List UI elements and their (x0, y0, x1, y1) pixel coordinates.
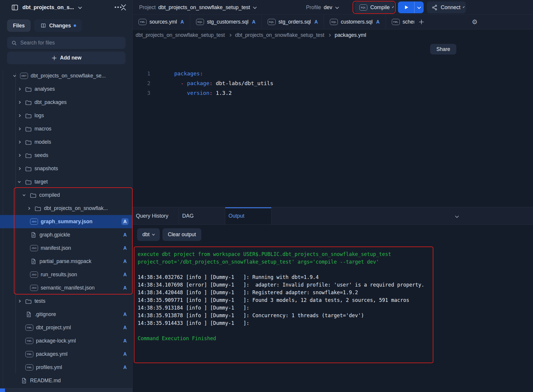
console-output[interactable]: execute dbt project from workspace USER$… (138, 250, 424, 342)
tree-item-package-lock-yml[interactable]: YMLpackage-lock.ymlA (0, 334, 133, 348)
editor-tab-stg-customers-sql[interactable]: SQLstg_customers.sqlA (190, 15, 262, 29)
changes-tab[interactable]: Changes (34, 19, 82, 32)
search-input[interactable] (20, 40, 121, 46)
collapse-sidebar-icon[interactable] (120, 4, 127, 11)
tree-item-dbt-projects-on-snowflak[interactable]: dbt_projects_on_snowflak... (0, 202, 133, 215)
file-icon (21, 377, 27, 384)
git-status-badge: A (180, 19, 184, 25)
tree-item-label: dbt_project.yml (36, 325, 71, 331)
tree-chevron-right-icon[interactable] (18, 101, 25, 103)
editor-tab-customers-sql[interactable]: SQLcustomers.sqlA (324, 15, 386, 29)
settings-gear-icon[interactable]: ⚙ (472, 18, 478, 26)
git-status-badge: A (121, 231, 129, 238)
panel-tab-dag[interactable]: DAG (179, 207, 225, 224)
workspace-chevron-down-icon[interactable] (78, 5, 82, 9)
git-status-badge: A (121, 364, 129, 371)
tree-chevron-right-icon[interactable] (18, 115, 25, 117)
topbar: Project dbt_projects_on_snowflake_setup_… (133, 0, 533, 15)
folder-icon (29, 192, 37, 199)
console-line: 14:38:34.032762 [info ] [Dummy-1 ]: Runn… (138, 273, 424, 281)
editor-tab-sources-yml[interactable]: YMLsources.ymlA (133, 15, 190, 29)
sidebar-scrollbar-thumb[interactable] (0, 388, 5, 392)
tree-item-dbt-projects-on-snowflake-se[interactable]: DBTdbt_projects_on_snowflake_se... (0, 69, 133, 82)
share-button[interactable]: Share (430, 44, 456, 54)
tree-item-analyses[interactable]: analyses (0, 82, 133, 96)
console-line: 14:38:35.913184 [info ] [Dummy-1 ]: (138, 304, 424, 312)
git-status-badge: A (121, 245, 129, 252)
tree-chevron-right-icon[interactable] (18, 154, 25, 156)
tree-item-label: .gitignore (35, 311, 56, 317)
connect-button[interactable]: Connect (427, 1, 466, 13)
more-options-icon[interactable] (115, 6, 116, 8)
tree-chevron-right-icon[interactable] (18, 168, 25, 170)
tree-item-label: compiled (39, 192, 60, 198)
sidebar: dbt_projects_on_s... Files Ch (0, 0, 133, 392)
tree-item-dbt-project-yml[interactable]: YMLdbt_project.ymlA (0, 321, 133, 334)
panel-tab-output[interactable]: Output (225, 207, 272, 224)
panel-collapse-chevron-icon[interactable] (455, 214, 459, 219)
editor-tab-stg-orders-sql[interactable]: SQLstg_orders.sqlA (262, 15, 324, 29)
tree-item-target[interactable]: target (0, 175, 133, 188)
tree-item-semantic-manifest-json[interactable]: JSOsemantic_manifest.jsonA (0, 281, 133, 295)
folder-icon (34, 205, 41, 212)
breadcrumb-item[interactable]: packages.yml (335, 32, 366, 38)
run-button[interactable] (398, 1, 414, 13)
clear-output-button[interactable]: Clear output (162, 228, 201, 241)
add-new-button[interactable]: Add new (7, 52, 126, 64)
console-line (138, 266, 424, 273)
tree-item-gitignore[interactable]: .gitignoreA (0, 308, 133, 321)
project-selector[interactable]: Project dbt_projects_on_snowflake_setup_… (139, 0, 256, 15)
tree-chevron-down-icon[interactable] (18, 181, 25, 183)
tree-item-tests[interactable]: tests (0, 295, 133, 308)
main-area: Project dbt_projects_on_snowflake_setup_… (133, 0, 533, 392)
dbt-command-dropdown[interactable]: dbt (137, 228, 160, 241)
tree-chevron-right-icon[interactable] (18, 300, 25, 302)
tree-item-graph-summary-json[interactable]: JSOgraph_summary.jsonA (0, 215, 133, 228)
tree-item-readme-md[interactable]: README.md (0, 374, 133, 387)
git-status-badge: A (252, 19, 256, 25)
code-editor[interactable]: 1packages:2 - package: dbt-labs/dbt_util… (133, 69, 533, 98)
tree-item-profiles-yml[interactable]: YMLprofiles.ymlA (0, 361, 133, 374)
tree-item-graph-gpickle[interactable]: graph.gpickleA (0, 228, 133, 242)
breadcrumb-item[interactable]: dbt_projects_on_snowflake_setup_test (136, 32, 225, 38)
line-number: 2 (133, 78, 150, 88)
folder-icon (25, 165, 32, 172)
changes-icon (40, 22, 47, 29)
tree-item-snapshots[interactable]: snapshots (0, 162, 133, 175)
tree-chevron-right-icon[interactable] (18, 128, 25, 130)
tree-item-label: manifest.json (41, 245, 71, 251)
new-tab-plus-icon[interactable] (418, 15, 425, 29)
tree-item-label: models (34, 139, 51, 145)
folder-icon (25, 112, 32, 119)
editor-area: dbt_projects_on_snowflake_setup_testdbt_… (133, 29, 533, 207)
tree-item-macros[interactable]: macros (0, 122, 133, 135)
tree-item-label: package-lock.yml (36, 338, 76, 344)
tree-item-compiled[interactable]: compiled (0, 188, 133, 202)
tree-item-seeds[interactable]: seeds (0, 149, 133, 162)
tree-chevron-right-icon[interactable] (18, 141, 25, 143)
tree-chevron-down-icon[interactable] (23, 194, 29, 196)
folder-icon (25, 178, 32, 186)
git-status-badge: A (121, 324, 129, 331)
tree-chevron-right-icon[interactable] (18, 88, 25, 90)
tree-item-manifest-json[interactable]: JSOmanifest.jsonA (0, 242, 133, 255)
dbt-dropdown-label: dbt (142, 231, 149, 238)
compile-button[interactable]: SQL Compile (355, 2, 394, 13)
sql-icon: SQL (268, 19, 276, 25)
tree-item-packages-yml[interactable]: YMLpackages.ymlA (0, 348, 133, 361)
tree-item-partial-parse-msgpack[interactable]: partial_parse.msgpackA (0, 255, 133, 268)
panel-tab-query-history[interactable]: Query History (133, 207, 179, 224)
editor-tab-schem[interactable]: YMLschem (386, 15, 414, 29)
tree-item-models[interactable]: models (0, 135, 133, 149)
tree-item-dbt-packages[interactable]: dbt_packages (0, 96, 133, 109)
breadcrumb-item[interactable]: dbt_projects_on_snowflake_setup_test (235, 32, 325, 38)
tree-item-run-results-json[interactable]: JSOrun_results.jsonA (0, 268, 133, 281)
files-tab[interactable]: Files (7, 19, 31, 32)
tree-item-logs[interactable]: logs (0, 109, 133, 122)
run-options-button[interactable] (414, 1, 424, 13)
profile-selector[interactable]: Profile dev (306, 0, 338, 15)
tree-item-label: logs (34, 113, 44, 119)
tree-item-label: run_results.json (41, 272, 77, 278)
tree-chevron-down-icon[interactable] (14, 75, 20, 77)
tree-chevron-right-icon[interactable] (28, 207, 34, 209)
